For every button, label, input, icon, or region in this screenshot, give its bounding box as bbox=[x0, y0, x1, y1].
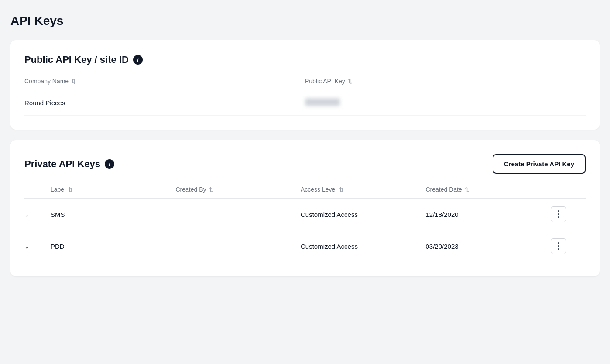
private-table-row: ⌄ PDD Customized Access 03/20/2023 bbox=[24, 230, 586, 262]
chevron-down-icon[interactable]: ⌄ bbox=[24, 211, 30, 218]
company-name-cell: Round Pieces bbox=[24, 99, 305, 106]
access-level-cell-pdd: Customized Access bbox=[301, 243, 426, 250]
col-header-created-by: Created By bbox=[176, 186, 301, 193]
more-dots-icon bbox=[558, 242, 559, 250]
col-header-actions bbox=[551, 186, 586, 193]
label-sort-icon[interactable] bbox=[68, 186, 73, 193]
create-private-api-key-button[interactable]: Create Private API Key bbox=[493, 154, 586, 174]
private-card-title: Private API Keys i bbox=[24, 158, 114, 170]
created-by-sort-icon[interactable] bbox=[209, 186, 214, 193]
private-card-title-text: Private API Keys bbox=[24, 158, 100, 170]
more-actions-button-sms[interactable] bbox=[551, 206, 566, 222]
label-cell-pdd: PDD bbox=[51, 243, 176, 250]
col-header-public-api-key: Public API Key bbox=[305, 78, 586, 85]
public-card-header: Public API Key / site ID i bbox=[24, 54, 586, 65]
chevron-down-icon[interactable]: ⌄ bbox=[24, 243, 30, 250]
expand-icon-sms[interactable]: ⌄ bbox=[24, 211, 51, 218]
blurred-api-key bbox=[305, 98, 340, 106]
private-card-header: Private API Keys i Create Private API Ke… bbox=[24, 154, 586, 174]
public-api-key-cell bbox=[305, 98, 586, 107]
public-info-icon[interactable]: i bbox=[133, 55, 143, 65]
public-card-title: Public API Key / site ID i bbox=[24, 54, 143, 65]
public-card-title-text: Public API Key / site ID bbox=[24, 54, 129, 65]
created-date-cell-pdd: 03/20/2023 bbox=[426, 243, 551, 250]
company-name-sort-icon[interactable] bbox=[71, 78, 76, 85]
public-table-header: Company Name Public API Key bbox=[24, 78, 586, 90]
page-title: API Keys bbox=[10, 14, 600, 28]
more-actions-button-pdd[interactable] bbox=[551, 238, 566, 254]
col-header-access-level: Access Level bbox=[301, 186, 426, 193]
created-date-sort-icon[interactable] bbox=[465, 186, 469, 193]
col-header-expand bbox=[24, 186, 51, 193]
actions-cell-sms bbox=[551, 206, 586, 222]
private-info-icon[interactable]: i bbox=[105, 159, 114, 169]
col-header-created-date: Created Date bbox=[426, 186, 551, 193]
actions-cell-pdd bbox=[551, 238, 586, 254]
access-level-cell-sms: Customized Access bbox=[301, 211, 426, 218]
expand-icon-pdd[interactable]: ⌄ bbox=[24, 243, 51, 250]
col-header-company-name: Company Name bbox=[24, 78, 305, 85]
private-table-row: ⌄ SMS Customized Access 12/18/2020 bbox=[24, 199, 586, 230]
col-header-label: Label bbox=[51, 186, 176, 193]
created-date-cell-sms: 12/18/2020 bbox=[426, 211, 551, 218]
more-dots-icon bbox=[558, 210, 559, 218]
public-table-row: Round Pieces bbox=[24, 90, 586, 116]
access-level-sort-icon[interactable] bbox=[339, 186, 344, 193]
private-table-header: Label Created By Access Level Created Da… bbox=[24, 186, 586, 199]
public-api-key-sort-icon[interactable] bbox=[348, 78, 353, 85]
private-api-keys-card: Private API Keys i Create Private API Ke… bbox=[10, 140, 600, 276]
label-cell-sms: SMS bbox=[51, 211, 176, 218]
public-api-key-card: Public API Key / site ID i Company Name … bbox=[10, 40, 600, 130]
